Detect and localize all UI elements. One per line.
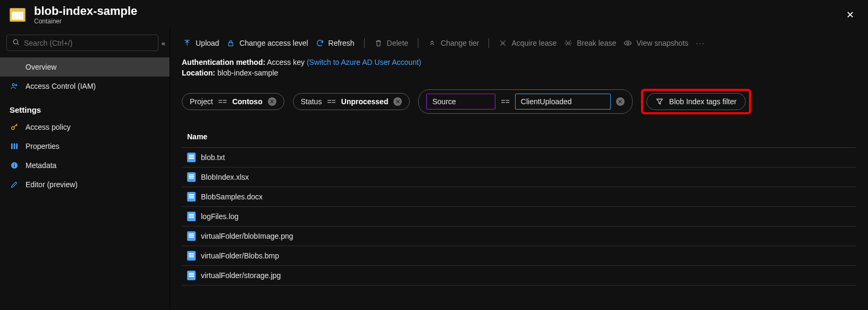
bars-icon (10, 142, 19, 150)
change-access-button[interactable]: Change access level (225, 37, 309, 49)
file-icon (187, 231, 196, 241)
highlight-annotation: Blob Index tags filter (641, 89, 751, 114)
svg-point-3 (15, 85, 17, 86)
table-row[interactable]: blob.txt (182, 148, 856, 167)
filter-button-label: Blob Index tags filter (669, 97, 737, 106)
table-row[interactable]: virtualFolder/blobImage.png (182, 227, 856, 246)
sidebar-item-label: Editor (preview) (26, 180, 78, 189)
file-icon (187, 172, 196, 182)
column-header-name[interactable]: Name (182, 126, 856, 148)
chip-value: Contoso (232, 97, 263, 106)
location-value: blob-index-sample (217, 69, 278, 77)
blade-title: blob-index-sample (34, 4, 137, 18)
sidebar-item-metadata[interactable]: Metadata (0, 156, 170, 175)
file-icon (187, 251, 196, 261)
sidebar-item-properties[interactable]: Properties (0, 137, 170, 156)
switch-auth-link[interactable]: (Switch to Azure AD User Account) (307, 58, 422, 66)
file-name: virtualFolder/Blobs.bmp (201, 252, 279, 260)
svg-point-2 (12, 83, 14, 86)
sidebar-search[interactable] (6, 35, 158, 51)
blade-subtitle: Container (34, 18, 137, 25)
filter-value-input[interactable]: ClientUploaded (515, 94, 611, 110)
toolbar-label: Break lease (577, 39, 616, 47)
sidebar-item-label: Overview (26, 63, 56, 71)
chip-value: Unprocessed (341, 97, 389, 106)
acquire-lease-button: Acquire lease (498, 37, 558, 49)
sidebar: « Overview Access Control (IAM) Settings… (0, 29, 170, 310)
toolbar-divider (364, 38, 365, 48)
more-button[interactable]: ··· (695, 37, 706, 49)
file-name: BlobSamples.docx (201, 192, 263, 201)
sidebar-item-access-policy[interactable]: Access policy (0, 118, 170, 137)
collapse-sidebar-icon[interactable]: « (159, 39, 170, 47)
file-icon (187, 153, 196, 162)
file-icon (187, 192, 196, 202)
close-icon[interactable]: ✕ (842, 6, 858, 24)
table-row[interactable]: logFiles.log (182, 207, 856, 227)
svg-rect-5 (11, 144, 13, 149)
file-name: BlobIndex.xlsx (201, 173, 249, 181)
key-icon (10, 123, 19, 131)
remove-chip-icon[interactable]: ✕ (616, 97, 625, 106)
svg-point-12 (502, 42, 504, 44)
sidebar-item-label: Access Control (IAM) (26, 82, 96, 90)
table-row[interactable]: virtualFolder/Blobs.bmp (182, 246, 856, 266)
toolbar-label: Upload (196, 39, 219, 47)
filter-chip-status[interactable]: Status == Unprocessed ✕ (293, 93, 410, 110)
sidebar-item-access-control[interactable]: Access Control (IAM) (0, 77, 170, 96)
filter-row: Project == Contoso ✕ Status == Unprocess… (170, 80, 868, 118)
svg-rect-9 (14, 165, 14, 167)
refresh-button[interactable]: Refresh (315, 37, 356, 49)
equals-icon: == (327, 97, 335, 106)
upload-button[interactable]: Upload (182, 37, 220, 49)
auth-method-value: Access key (267, 58, 305, 66)
remove-chip-icon[interactable]: ✕ (393, 97, 402, 106)
file-icon (187, 212, 196, 221)
chip-key: Project (190, 97, 213, 106)
blob-table: Name blob.txtBlobIndex.xlsxBlobSamples.d… (182, 126, 856, 286)
toolbar-label: Change access level (239, 39, 308, 47)
sidebar-item-label: Access policy (26, 123, 71, 131)
blob-index-filter-button[interactable]: Blob Index tags filter (646, 93, 746, 110)
sidebar-item-label: Properties (26, 142, 60, 150)
chip-key: Status (301, 97, 322, 106)
filter-chip-project[interactable]: Project == Contoso ✕ (182, 93, 284, 110)
equals-icon: == (218, 97, 227, 106)
delete-button: Delete (373, 37, 409, 49)
table-row[interactable]: BlobIndex.xlsx (182, 167, 856, 187)
view-snapshots-button: View snapshots (622, 37, 689, 49)
svg-point-4 (12, 127, 14, 129)
toolbar-label: Delete (387, 39, 408, 47)
toolbar: Upload Change access level Refresh Delet… (170, 29, 868, 55)
toolbar-label: Change tier (441, 39, 479, 47)
file-name: virtualFolder/storage.jpg (201, 271, 281, 280)
sidebar-section-settings: Settings (0, 96, 170, 118)
svg-rect-11 (229, 43, 233, 46)
filter-edit-chip[interactable]: Source == ClientUploaded ✕ (418, 89, 632, 114)
container-icon (10, 8, 26, 22)
sidebar-item-editor[interactable]: Editor (preview) (0, 175, 170, 194)
svg-point-0 (13, 39, 18, 44)
change-tier-button: Change tier (427, 37, 480, 49)
toolbar-label: Acquire lease (511, 39, 557, 47)
container-icon (10, 63, 19, 71)
location-label: Location: (182, 69, 215, 77)
sidebar-item-overview[interactable]: Overview (0, 57, 170, 77)
remove-chip-icon[interactable]: ✕ (268, 97, 276, 106)
meta-block: Authentication method: Access key (Switc… (170, 55, 868, 80)
pencil-icon (10, 180, 19, 189)
search-icon (12, 38, 20, 47)
info-icon (10, 161, 19, 170)
sidebar-item-label: Metadata (26, 161, 56, 170)
blade-header: blob-index-sample Container ✕ (0, 0, 868, 29)
table-row[interactable]: virtualFolder/storage.jpg (182, 266, 856, 286)
auth-method-label: Authentication method: (182, 58, 265, 66)
file-name: blob.txt (201, 153, 225, 162)
table-row[interactable]: BlobSamples.docx (182, 187, 856, 207)
people-icon (10, 82, 19, 90)
svg-rect-10 (14, 163, 14, 164)
svg-point-13 (567, 42, 569, 44)
file-name: logFiles.log (201, 212, 239, 221)
search-input[interactable] (24, 39, 153, 47)
filter-key-input[interactable]: Source (426, 94, 495, 110)
